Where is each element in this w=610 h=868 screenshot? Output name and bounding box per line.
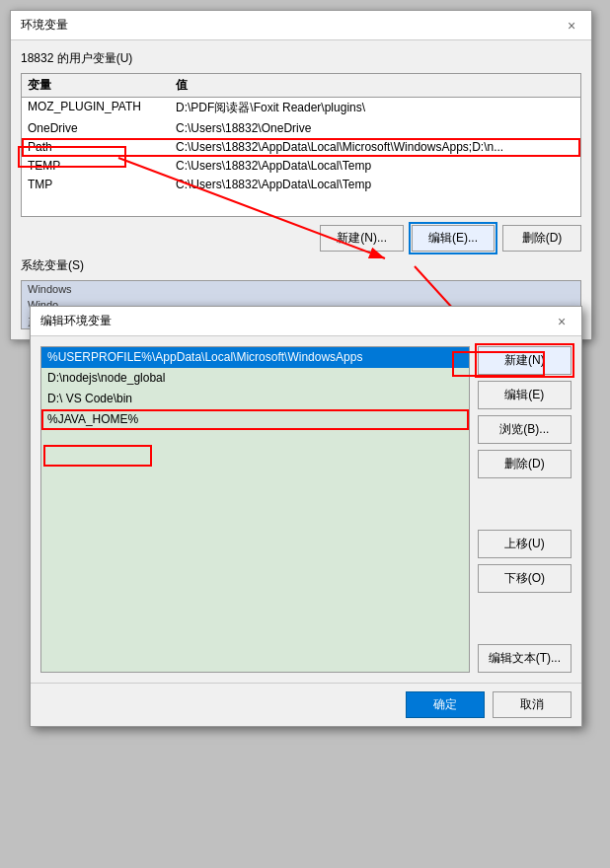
inner-btn-column: 新建(N) 编辑(E) 浏览(B)... 删除(D) 上移(U) 下移(O) 编… [478,346,572,673]
path-list-item[interactable]: %JAVA_HOME% [41,409,469,430]
outer-dialog-content: 18832 的用户变量(U) 变量 值 MOZ_PLUGIN_PATHD:\PD… [11,40,591,339]
inner-dialog-footer: 确定 取消 [31,683,581,726]
new-path-button[interactable]: 新建(N) [478,346,572,375]
path-list-item[interactable]: D:\ VS Code\bin [41,389,469,409]
delete-user-env-button[interactable]: 删除(D) [502,225,581,252]
outer-env-dialog: 环境变量 × 18832 的用户变量(U) 变量 值 MOZ_PLUGIN_PA… [10,10,592,340]
path-list-item[interactable]: D:\nodejs\node_global [41,368,469,389]
col-var-header: 变量 [28,77,176,94]
env-table-row[interactable]: MOZ_PLUGIN_PATHD:\PDF阅读器\Foxit Reader\pl… [22,98,580,119]
env-val-cell: C:\Users\18832\AppData\Local\Microsoft\W… [176,140,574,154]
edit-text-button[interactable]: 编辑文本(T)... [478,644,572,673]
env-table-row[interactable]: TEMPC:\Users\18832\AppData\Local\Temp [22,157,580,176]
env-val-cell: D:\PDF阅读器\Foxit Reader\plugins\ [176,100,574,116]
env-val-cell: C:\Users\18832\AppData\Local\Temp [176,178,574,191]
env-var-cell: TMP [28,178,176,191]
env-table-row[interactable]: PathC:\Users\18832\AppData\Local\Microso… [22,138,580,157]
env-var-cell: TEMP [28,159,176,173]
edit-user-env-button[interactable]: 编辑(E)... [412,225,495,252]
move-up-button[interactable]: 上移(U) [478,530,572,558]
inner-dialog-close-button[interactable]: × [552,312,572,331]
path-list-item[interactable]: %USERPROFILE%\AppData\Local\Microsoft\Wi… [41,347,469,368]
env-var-cell: Path [28,140,176,154]
env-var-cell: MOZ_PLUGIN_PATH [28,100,176,116]
browse-path-button[interactable]: 浏览(B)... [478,415,572,444]
inner-ok-button[interactable]: 确定 [406,691,485,718]
inner-cancel-button[interactable]: 取消 [493,691,572,718]
inner-dialog-content: %USERPROFILE%\AppData\Local\Microsoft\Wi… [31,336,581,683]
env-table-row[interactable]: TMPC:\Users\18832\AppData\Local\Temp [22,176,580,194]
path-list-wrapper: %USERPROFILE%\AppData\Local\Microsoft\Wi… [40,346,470,673]
new-user-env-button[interactable]: 新建(N)... [320,225,404,252]
env-val-cell: C:\Users\18832\AppData\Local\Temp [176,159,574,173]
outer-dialog-titlebar: 环境变量 × [11,11,591,40]
sys-section-label: 系统变量(S) [21,257,581,274]
outer-dialog-btn-row: 新建(N)... 编辑(E)... 删除(D) [21,225,581,252]
env-var-cell: OneDrive [28,121,176,135]
env-table-body: MOZ_PLUGIN_PATHD:\PDF阅读器\Foxit Reader\pl… [22,98,580,216]
inner-dialog-titlebar: 编辑环境变量 × [31,307,581,336]
sys-row-1: Windows [22,281,580,297]
inner-dialog-title: 编辑环境变量 [40,313,112,329]
path-list[interactable]: %USERPROFILE%\AppData\Local\Microsoft\Wi… [40,346,470,673]
env-val-cell: C:\Users\18832\OneDrive [176,121,574,135]
delete-path-button[interactable]: 删除(D) [478,450,572,478]
user-env-table: 变量 值 MOZ_PLUGIN_PATHD:\PDF阅读器\Foxit Read… [21,73,581,217]
btn-spacer [478,484,572,524]
col-val-header: 值 [176,77,574,94]
move-down-button[interactable]: 下移(O) [478,564,572,593]
user-section-label: 18832 的用户变量(U) [21,50,581,67]
env-table-row[interactable]: OneDriveC:\Users\18832\OneDrive [22,119,580,138]
inner-edit-env-dialog: 编辑环境变量 × %USERPROFILE%\AppData\Local\Mic… [30,306,582,727]
outer-dialog-title: 环境变量 [21,17,68,34]
btn-spacer2 [478,599,572,638]
outer-dialog-close-button[interactable]: × [562,16,581,36]
edit-path-button[interactable]: 编辑(E) [478,381,572,409]
env-table-header: 变量 值 [22,74,580,98]
